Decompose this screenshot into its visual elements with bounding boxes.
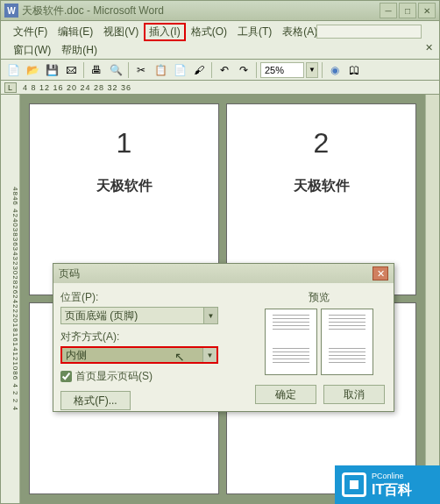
copy-icon[interactable]: 📋 — [152, 61, 169, 79]
menu-tools[interactable]: 工具(T) — [232, 23, 277, 41]
preview-label: 预览 — [251, 290, 387, 305]
menu-edit[interactable]: 编辑(E) — [53, 23, 98, 41]
permission-icon[interactable]: 🖂 — [62, 61, 80, 79]
position-value: 页面底端 (页脚) — [65, 309, 138, 323]
tab-selector[interactable]: L — [4, 82, 17, 93]
align-label: 对齐方式(A): — [60, 330, 244, 344]
maximize-button[interactable]: □ — [399, 3, 416, 18]
page-number-dialog: 页码 ✕ 位置(P): 页面底端 (页脚) ▼ 对齐方式(A): 内侧 ▼ ↖ … — [53, 263, 394, 412]
paste-icon[interactable]: 📄 — [171, 61, 188, 79]
save-icon[interactable]: 💾 — [43, 61, 60, 79]
new-icon[interactable]: 📄 — [4, 61, 22, 79]
page-number: 2 — [314, 127, 330, 160]
page-text: 天极软件 — [294, 177, 350, 195]
standard-toolbar: 📄 📂 💾 🖂 🖶 🔍 ✂ 📋 📄 🖌 ↶ ↷ 25% ▼ ◉ 🕮 — [0, 60, 440, 81]
preview-pages — [251, 309, 387, 375]
window-title: 天极软件.doc - Microsoft Word — [22, 4, 380, 18]
preview-page-right — [321, 309, 373, 375]
vertical-ruler: 4846 42403836343230282624222018161412108… — [1, 95, 20, 503]
dialog-close-icon[interactable]: ✕ — [373, 266, 388, 280]
undo-icon[interactable]: ↶ — [216, 61, 233, 79]
word-icon: W — [4, 4, 18, 18]
zoom-dropdown-icon[interactable]: ▼ — [306, 62, 318, 78]
read-icon[interactable]: 🕮 — [345, 61, 363, 79]
cut-icon[interactable]: ✂ — [132, 61, 150, 79]
align-combo[interactable]: 内侧 ▼ ↖ — [60, 346, 218, 364]
preview-page-left — [265, 309, 317, 375]
print-icon[interactable]: 🖶 — [88, 61, 105, 79]
page-number: 1 — [117, 127, 132, 160]
format-painter-icon[interactable]: 🖌 — [190, 61, 208, 79]
page-text: 天极软件 — [96, 177, 153, 195]
dialog-title: 页码 — [59, 266, 373, 281]
help-icon[interactable]: ◉ — [326, 61, 344, 79]
menu-help[interactable]: 帮助(H) — [56, 41, 103, 60]
checkbox-label: 首页显示页码(S) — [75, 369, 153, 384]
menu-file[interactable]: 文件(F) — [8, 23, 53, 41]
redo-icon[interactable]: ↷ — [235, 61, 252, 79]
watermark-small: PConline — [372, 472, 412, 481]
dialog-titlebar[interactable]: 页码 ✕ — [53, 264, 394, 283]
menu-view[interactable]: 视图(V) — [98, 23, 144, 41]
chevron-down-icon[interactable]: ▼ — [202, 348, 216, 362]
chevron-down-icon[interactable]: ▼ — [203, 308, 217, 323]
watermark-badge: PConline IT百科 — [335, 465, 440, 504]
checkbox-input[interactable] — [60, 371, 72, 382]
ruler-marks: 4 8 12 16 20 24 28 32 36 — [23, 83, 131, 92]
vertical-scrollbar[interactable] — [425, 95, 439, 503]
menu-insert[interactable]: 插入(I) — [144, 23, 185, 41]
zoom-combo[interactable]: 25% — [260, 62, 304, 78]
watermark-big: IT百科 — [372, 481, 412, 498]
preview-icon[interactable]: 🔍 — [107, 61, 124, 79]
open-icon[interactable]: 📂 — [24, 61, 41, 79]
first-page-checkbox[interactable]: 首页显示页码(S) — [60, 369, 244, 384]
menu-window[interactable]: 窗口(W) — [8, 41, 56, 60]
ok-button[interactable]: 确定 — [255, 385, 316, 404]
cancel-button[interactable]: 取消 — [323, 385, 385, 404]
close-button[interactable]: ✕ — [418, 3, 436, 18]
minimize-button[interactable]: ─ — [380, 3, 397, 18]
close-doc-icon[interactable]: ✕ — [425, 42, 436, 53]
cursor-icon: ↖ — [174, 350, 185, 364]
pconline-logo-icon — [342, 472, 366, 497]
horizontal-ruler: L 4 8 12 16 20 24 28 32 36 — [0, 81, 440, 95]
format-button[interactable]: 格式(F)... — [60, 391, 131, 410]
type-question-box[interactable] — [316, 25, 422, 39]
align-value: 内侧 — [66, 348, 87, 363]
menu-bar: 文件(F) 编辑(E) 视图(V) 插入(I) 格式(O) 工具(T) 表格(A… — [0, 21, 440, 60]
position-label: 位置(P): — [60, 290, 244, 305]
position-combo[interactable]: 页面底端 (页脚) ▼ — [60, 307, 218, 324]
title-bar: W 天极软件.doc - Microsoft Word ─ □ ✕ — [0, 0, 440, 21]
menu-format[interactable]: 格式(O) — [186, 23, 232, 41]
